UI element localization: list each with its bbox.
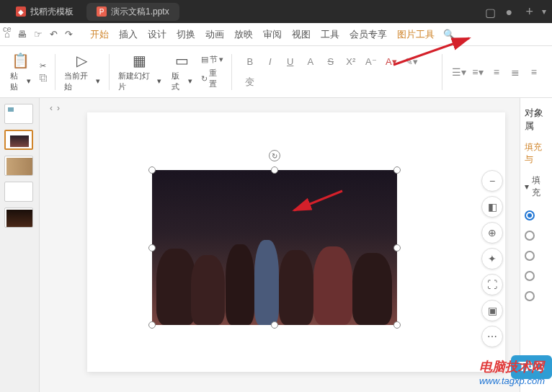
panel-tab-fill[interactable]: 填充与 — [525, 141, 548, 166]
breadcrumb-bar: ‹ › — [44, 99, 66, 117]
tab-templates[interactable]: ◆ 找稻壳模板 — [6, 3, 84, 21]
watermark-text1: 电脑技术网 — [479, 358, 545, 375]
float-toolbar: − ◧ ⊕ ✦ ⛶ ▣ ⋯ — [481, 170, 503, 347]
bold-button[interactable]: B — [242, 54, 258, 70]
highlight-button[interactable]: ✎▾ — [404, 54, 419, 70]
handle-top-right[interactable] — [393, 166, 401, 174]
right-panel: 对象属 填充与 ▾ 填充 — [520, 98, 552, 392]
underline-button[interactable]: U — [282, 54, 298, 70]
template-icon: ◆ — [16, 6, 26, 17]
tab-insert[interactable]: 插入 — [119, 28, 138, 41]
play-current-group[interactable]: ▷ 当前开始▾ — [60, 52, 104, 92]
handle-top-mid[interactable] — [271, 166, 278, 174]
dot-icon[interactable]: ● — [505, 6, 517, 17]
radio-option-1[interactable] — [525, 210, 548, 220]
new-slide-group[interactable]: ▦ 新建幻灯片▾ — [114, 52, 166, 92]
handle-mid-left[interactable] — [148, 244, 156, 251]
image-content — [152, 170, 397, 325]
collapse-icon[interactable]: ‹ — [50, 103, 53, 113]
slide-thumb-3[interactable] — [4, 156, 33, 176]
tab-review[interactable]: 审阅 — [263, 28, 282, 41]
transform-button[interactable]: 变 — [242, 74, 258, 90]
reset-button[interactable]: ↻ 重置 — [201, 68, 224, 89]
selected-image[interactable]: ↻ — [152, 170, 397, 325]
slide-thumb-2[interactable] — [4, 130, 33, 150]
image-button[interactable]: ▣ — [481, 300, 503, 321]
copy-button[interactable]: ⿻ — [40, 74, 48, 82]
superscript-button[interactable]: X² — [343, 54, 359, 70]
section-fill[interactable]: ▾ 填充 — [525, 174, 548, 199]
chevron-down-icon: ▾ — [525, 182, 529, 192]
slide-canvas[interactable]: ↻ — [87, 112, 505, 372]
cut-text-fragment: ce — [0, 23, 14, 35]
tab-dropdown-icon[interactable]: ▾ — [542, 6, 546, 17]
paste-group[interactable]: 📋 粘贴▾ — [6, 52, 35, 92]
print-icon[interactable]: 🖶 — [17, 29, 27, 40]
new-tab-button[interactable]: + — [525, 4, 533, 19]
search-icon[interactable]: 🔍 — [443, 29, 455, 40]
paste-icon: 📋 — [12, 52, 30, 69]
handle-bottom-left[interactable] — [148, 321, 156, 329]
numbering-button[interactable]: ≡▾ — [470, 64, 486, 80]
workspace: ‹ › ↻ — [0, 98, 552, 392]
tab-member[interactable]: 会员专享 — [350, 28, 387, 41]
fullscreen-button[interactable]: ⛶ — [481, 274, 503, 295]
tab-design[interactable]: 设计 — [148, 28, 166, 41]
bullets-button[interactable]: ☰▾ — [451, 64, 467, 80]
handle-bottom-right[interactable] — [393, 321, 401, 329]
tab-animation[interactable]: 动画 — [205, 28, 224, 41]
section-button[interactable]: ▤ 节▾ — [201, 54, 224, 65]
layout-group[interactable]: ▭ 版式▾ — [167, 52, 197, 92]
tab-presentation[interactable]: P 演示文稿1.pptx — [86, 3, 179, 21]
tab-view[interactable]: 视图 — [292, 28, 311, 41]
strike-button[interactable]: S — [323, 54, 339, 70]
expand-icon[interactable]: › — [57, 103, 60, 113]
pptx-icon: P — [97, 6, 107, 17]
text-a-button[interactable]: A — [303, 54, 319, 70]
radio-option-2[interactable] — [525, 231, 548, 241]
handle-mid-right[interactable] — [393, 244, 401, 251]
tab-label: 找稻壳模板 — [30, 6, 74, 18]
menubar: ce ⌂ 🖶 ☞ ↶ ↷ 开始 插入 设计 切换 动画 放映 审阅 视图 工具 … — [0, 23, 552, 46]
handle-bottom-mid[interactable] — [271, 321, 278, 329]
redo-icon[interactable]: ↷ — [65, 29, 73, 40]
italic-button[interactable]: I — [262, 54, 278, 70]
handle-top-left[interactable] — [148, 166, 156, 174]
new-slide-icon: ▦ — [133, 52, 146, 69]
tab-tools[interactable]: 工具 — [321, 28, 339, 41]
slide-thumb-4[interactable] — [4, 182, 33, 202]
tab-slideshow[interactable]: 放映 — [234, 28, 253, 41]
slide-panel — [0, 98, 40, 392]
radio-option-3[interactable] — [525, 251, 548, 261]
undo-icon[interactable]: ↶ — [50, 29, 58, 40]
canvas-area: ‹ › ↻ — [40, 98, 552, 392]
font-color-button[interactable]: A▾ — [383, 54, 399, 70]
preview-icon[interactable]: ☞ — [34, 29, 43, 40]
ribbon: 📋 粘贴▾ ✂ ⿻ ▷ 当前开始▾ ▦ 新建幻灯片▾ ▭ 版式▾ ▤ 节▾ ↻ … — [0, 46, 552, 98]
clear-format-button[interactable]: A⁻ — [363, 54, 379, 70]
watermark-text2: www.tagxp.com — [479, 375, 545, 386]
align-left-button[interactable]: ≡ — [489, 64, 504, 80]
tab-picture-tools[interactable]: 图片工具 — [397, 28, 435, 41]
layout-icon: ▭ — [175, 52, 189, 69]
tab-transition[interactable]: 切换 — [177, 28, 195, 41]
display-icon[interactable]: ▢ — [485, 6, 497, 17]
watermark: 电脑技术网 www.tagxp.com — [479, 358, 545, 386]
radio-option-4[interactable] — [525, 271, 548, 281]
zoom-button[interactable]: ⊕ — [481, 222, 503, 244]
slide-thumb-1[interactable] — [4, 104, 33, 124]
radio-option-5[interactable] — [525, 291, 548, 301]
titlebar: ◆ 找稻壳模板 P 演示文稿1.pptx ▢ ● + ▾ — [0, 0, 552, 23]
cut-button[interactable]: ✂ — [40, 61, 48, 71]
zoom-out-button[interactable]: − — [481, 170, 503, 192]
crop-button[interactable]: ◧ — [481, 196, 503, 218]
tab-start[interactable]: 开始 — [90, 28, 109, 41]
panel-title: 对象属 — [525, 107, 548, 133]
magic-button[interactable]: ✦ — [481, 248, 503, 270]
tab-label: 演示文稿1.pptx — [111, 6, 169, 18]
slide-thumb-5[interactable] — [4, 208, 33, 228]
align-right-button[interactable]: ≡ — [526, 64, 542, 80]
rotate-handle[interactable]: ↻ — [269, 150, 280, 161]
align-center-button[interactable]: ≣ — [507, 64, 523, 80]
more-button[interactable]: ⋯ — [481, 326, 503, 347]
